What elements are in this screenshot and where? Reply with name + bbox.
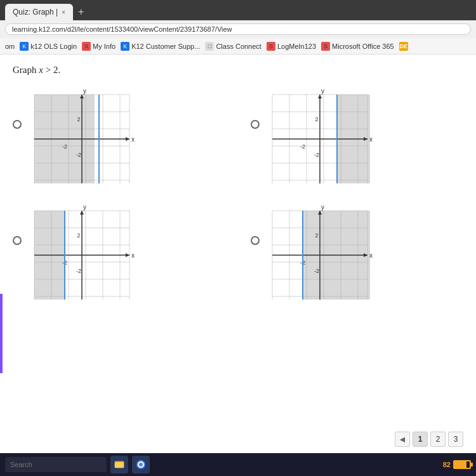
svg-text:x: x [131,136,135,143]
radio-d[interactable] [251,236,260,245]
logmein-icon: S [267,42,275,51]
svg-text:2: 2 [77,116,80,122]
svg-text:2: 2 [77,232,80,239]
svg-text:-2: -2 [314,152,319,158]
taskbar [0,453,476,476]
svg-text:y: y [83,88,86,95]
graph-option-a: x y 2 -2 -2 [13,88,225,192]
svg-point-100 [139,463,143,466]
battery-percentage: 82 [443,461,451,468]
bookmark-ols-login[interactable]: K k12 OLS Login [20,42,77,51]
tab-close-button[interactable]: × [62,9,65,16]
bookmark-logmein-label: LogMeIn123 [277,43,316,50]
bookmark-class-connect[interactable]: □ Class Connect [205,42,261,51]
bookmark-office365[interactable]: S Microsoft Office 365 [321,42,394,51]
graph-svg-d: x y 2 -2 -2 [266,204,374,306]
bookmark-myinfo-label: My Info [93,43,116,50]
svg-marker-64 [126,253,129,257]
prev-page-button[interactable]: ◄ [395,432,410,447]
bookmark-om-label: om [5,43,15,50]
battery-icon [453,460,471,469]
svg-text:2: 2 [315,116,318,122]
svg-marker-16 [126,137,129,141]
page-1-button[interactable]: 1 [413,432,428,447]
svg-text:x: x [369,252,373,259]
bookmark-class-connect-label: Class Connect [216,43,261,50]
taskbar-chrome-icon[interactable] [132,456,150,473]
active-tab[interactable]: Quiz: Graph | × [5,4,73,20]
radio-b[interactable] [251,120,260,129]
system-tray: 82 [438,453,476,476]
office365-icon: S [321,42,330,51]
battery-fill [454,461,466,468]
bookmark-myinfo[interactable]: S My Info [82,42,116,51]
graph-svg-c: x y 2 -2 -2 [28,204,136,306]
address-bar [0,20,476,38]
svg-text:-2: -2 [62,143,67,150]
scroll-indicator [0,55,3,453]
graph-wrapper-d: x y 2 -2 -2 [266,204,463,308]
graph-svg-a: x y 2 -2 -2 [28,88,136,190]
graphs-container: x y 2 -2 -2 [13,88,463,308]
svg-text:x: x [131,252,135,259]
bookmark-k12-support[interactable]: K K12 Customer Supp... [121,42,200,51]
graph-wrapper-a: x y 2 -2 -2 [28,88,225,192]
bookmark-ols-label: k12 OLS Login [30,43,77,50]
svg-text:-2: -2 [76,152,81,158]
de-icon: DE [399,42,408,51]
bookmark-logmein[interactable]: S LogMeIn123 [267,42,316,51]
svg-text:y: y [321,204,324,211]
svg-marker-65 [80,211,84,215]
content-area: Graph x > 2. [0,55,476,453]
svg-rect-97 [115,463,124,468]
radio-c[interactable] [13,236,22,245]
myinfo-icon: S [82,42,91,51]
bookmarks-bar: om K k12 OLS Login S My Info K K12 Custo… [0,38,476,55]
svg-marker-41 [318,95,322,98]
page-2-button[interactable]: 2 [430,432,446,447]
tab-bar: Quiz: Graph | × + [0,0,476,20]
page-3-button[interactable]: 3 [448,432,463,447]
graph-option-b: x y 2 -2 -2 [251,88,463,192]
battery-tip [471,463,473,466]
svg-text:-2: -2 [314,268,319,274]
bookmark-k12-support-label: K12 Customer Supp... [131,43,200,50]
class-connect-icon: □ [205,42,214,51]
ols-login-icon: K [20,42,29,51]
svg-text:x: x [369,136,373,143]
graph-wrapper-c: x y 2 -2 -2 [28,204,225,308]
graph-option-d: x y 2 -2 -2 [251,204,463,308]
bookmark-de[interactable]: DE [399,42,408,51]
browser-chrome: Quiz: Graph | × + om K k12 OLS Login S M… [0,0,476,55]
radio-a[interactable] [13,120,22,129]
graph-wrapper-b: x y 2 -2 -2 [266,88,463,192]
svg-text:-2: -2 [76,268,81,274]
graph-option-c: x y 2 -2 -2 [13,204,225,308]
taskbar-file-explorer-icon[interactable] [110,456,128,473]
k12-support-icon: K [121,42,129,51]
taskbar-search-input[interactable] [5,457,107,472]
question-text: Graph x > 2. [13,65,463,76]
svg-text:2: 2 [315,232,318,239]
bookmark-om[interactable]: om [5,43,15,50]
graph-svg-b: x y 2 -2 -2 [266,88,374,190]
bookmark-office365-label: Microsoft Office 365 [332,43,394,50]
pagination: ◄ 1 2 3 [395,432,463,447]
svg-text:y: y [321,88,324,95]
svg-text:y: y [83,204,86,211]
svg-text:-2: -2 [300,143,305,150]
new-tab-button[interactable]: + [73,4,89,20]
address-input[interactable] [5,23,471,35]
tab-title: Quiz: Graph | [13,8,58,17]
